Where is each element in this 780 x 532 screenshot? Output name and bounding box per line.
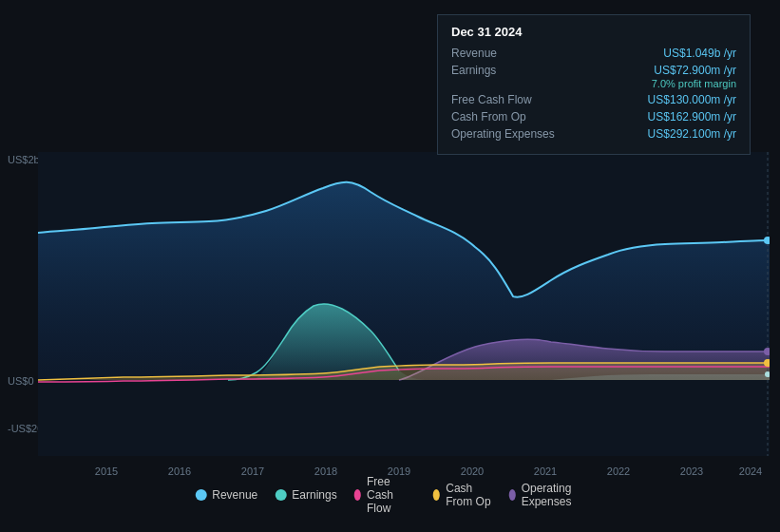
legend-cashop-dot (433, 489, 440, 501)
tooltip-opex-row: Operating Expenses US$292.100m /yr (451, 127, 736, 141)
tooltip-revenue-row: Revenue US$1.049b /yr (451, 47, 736, 60)
x-label-2016: 2016 (168, 466, 191, 477)
legend-opex-label: Operating Expenses (522, 482, 585, 508)
tooltip-earnings-label: Earnings (451, 64, 565, 77)
tooltip-revenue-label: Revenue (451, 47, 565, 60)
legend-fcf: Free Cash Flow (354, 475, 416, 515)
chart-svg (38, 152, 770, 456)
tooltip-fcf-row: Free Cash Flow US$130.000m /yr (451, 93, 736, 106)
tooltip-fcf-label: Free Cash Flow (451, 93, 565, 106)
legend-earnings-label: Earnings (292, 488, 336, 502)
x-label-2023: 2023 (680, 466, 703, 477)
legend-opex: Operating Expenses (508, 482, 584, 508)
legend-revenue: Revenue (195, 488, 257, 502)
legend-revenue-dot (195, 489, 206, 501)
legend-revenue-label: Revenue (212, 488, 257, 502)
legend-earnings: Earnings (275, 488, 336, 502)
tooltip-cashop-label: Cash From Op (451, 110, 565, 124)
legend-opex-dot (508, 489, 515, 501)
tooltip-fcf-value: US$130.000m /yr (648, 93, 736, 106)
tooltip-opex-value: US$292.100m /yr (648, 127, 736, 141)
legend-fcf-dot (354, 489, 361, 501)
tooltip-cashop-row: Cash From Op US$162.900m /yr (451, 110, 736, 124)
x-label-2024: 2024 (739, 466, 762, 477)
tooltip-date: Dec 31 2024 (451, 25, 736, 39)
y-label-top: US$2b (8, 154, 40, 165)
tooltip-earnings-row: Earnings US$72.900m /yr (451, 64, 736, 77)
tooltip-earnings-value: US$72.900m /yr (654, 64, 736, 77)
tooltip-revenue-value: US$1.049b /yr (663, 47, 736, 60)
legend-earnings-dot (275, 489, 286, 501)
legend-cashop-label: Cash From Op (446, 482, 491, 508)
x-label-2015: 2015 (95, 466, 118, 477)
x-label-2022: 2022 (607, 466, 630, 477)
legend-cashop: Cash From Op (433, 482, 491, 508)
chart-container: Dec 31 2024 Revenue US$1.049b /yr Earnin… (0, 0, 780, 532)
tooltip-cashop-value: US$162.900m /yr (648, 110, 736, 124)
legend: Revenue Earnings Free Cash Flow Cash Fro… (195, 475, 585, 515)
tooltip-box: Dec 31 2024 Revenue US$1.049b /yr Earnin… (437, 14, 751, 155)
legend-fcf-label: Free Cash Flow (367, 475, 416, 515)
tooltip-opex-label: Operating Expenses (451, 127, 565, 141)
y-label-mid: US$0 (8, 375, 34, 387)
tooltip-margin: 7.0% profit margin (451, 78, 736, 89)
